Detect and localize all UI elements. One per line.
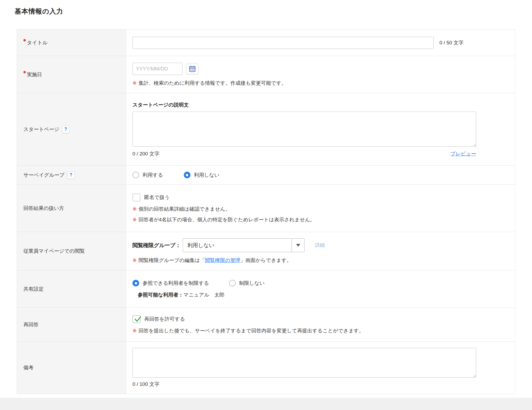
mypage-note-suffix: 」画面からできます。 xyxy=(240,257,292,263)
result-handling-note-2: ※回答者が4名以下の場合、個人の特定を防ぐためレポートは表示されません。 xyxy=(132,216,510,223)
result-handling-note-2-text: 回答者が4名以下の場合、個人の特定を防ぐためレポートは表示されません。 xyxy=(139,217,315,222)
remarks-char-counter: 0 / 100 文字 xyxy=(132,381,159,388)
note-asterisk: ※ xyxy=(132,328,137,333)
viewer-value: マニュアル 太郎 xyxy=(183,292,224,298)
mypage-note: ※閲覧権限グループの編集は「閲覧権限の管理」画面からできます。 xyxy=(132,257,510,264)
form-row-result-handling: 回答結果の扱い方 匿名で扱う ※個別の回答結果詳細は確認できません。 ※回答者が… xyxy=(17,185,515,232)
reanswer-note-text: 回答を提出した後でも、サーベイを終了するまで回答内容を変更して再提出することがで… xyxy=(139,328,364,333)
title-content-cell: 0 / 50 文字 xyxy=(126,29,515,56)
startpage-description-textarea[interactable] xyxy=(132,112,476,147)
startpage-help-icon[interactable]: ? xyxy=(62,126,69,133)
required-mark xyxy=(23,71,26,73)
mypage-note-prefix: 閲覧権限グループの編集は「 xyxy=(139,257,205,263)
survey-group-content-cell: 利用する 利用しない xyxy=(126,166,515,184)
reanswer-note: ※回答を提出した後でも、サーベイを終了するまで回答内容を変更して再提出することが… xyxy=(132,327,510,334)
survey-group-use-label: 利用する xyxy=(143,172,163,179)
calendar-button[interactable] xyxy=(186,63,198,74)
calendar-icon xyxy=(189,65,196,73)
anonymous-checkbox-option[interactable]: 匿名で扱う xyxy=(132,193,510,201)
permission-management-link[interactable]: 閲覧権限の管理 xyxy=(205,257,240,263)
title-char-counter: 0 / 50 文字 xyxy=(439,39,464,46)
survey-group-label-cell: サーベイグループ ? xyxy=(17,166,126,184)
share-label-cell: 共有設定 xyxy=(17,270,126,307)
mypage-label-cell: 従業員マイページでの閲覧 xyxy=(17,232,126,270)
survey-group-not-use-label: 利用しない xyxy=(194,172,219,179)
reanswer-checkbox-label: 再回答を許可する xyxy=(144,316,185,323)
form-row-remarks: 備考 0 / 100 文字 xyxy=(17,342,515,394)
survey-group-help-icon[interactable]: ? xyxy=(67,171,75,179)
form-row-reanswer: 再回答 再回答を許可する ※回答を提出した後でも、サーベイを終了するまで回答内容… xyxy=(17,308,515,342)
radio-checked-icon xyxy=(132,280,139,286)
survey-group-label: サーベイグループ xyxy=(23,172,65,179)
result-handling-note-1-text: 個別の回答結果詳細は確認できません。 xyxy=(139,206,230,212)
viewer-label: 参照可能な利用者： xyxy=(138,292,183,298)
mypage-content-cell: 閲覧権限グループ： 利用しない 詳細 ※閲覧権限グループの編集は「閲覧権限の管理… xyxy=(126,232,515,270)
share-content-cell: 参照できる利用者を制限する 制限しない 参照可能な利用者：マニュアル 太郎 xyxy=(126,270,515,307)
reanswer-label: 再回答 xyxy=(23,321,39,328)
note-asterisk: ※ xyxy=(132,257,137,263)
detail-link[interactable]: 詳細 xyxy=(315,242,325,249)
form-row-share-settings: 共有設定 参照できる利用者を制限する 制限しない 参照可能な利用者：マニュアル … xyxy=(17,270,515,308)
form-row-date: 実施日 xyxy=(17,56,515,93)
title-label: タイトル xyxy=(27,39,48,46)
form-row-mypage-view: 従業員マイページでの閲覧 閲覧権限グループ： 利用しない 詳細 ※閲覧権限グルー… xyxy=(17,232,515,270)
result-handling-content-cell: 匿名で扱う ※個別の回答結果詳細は確認できません。 ※回答者が4名以下の場合、個… xyxy=(126,185,515,232)
permission-group-select[interactable]: 利用しない xyxy=(183,238,305,252)
share-restrict-label: 参照できる利用者を制限する xyxy=(143,280,209,287)
startpage-label: スタートページ xyxy=(23,126,59,133)
date-note-text: 集計、検索のために利用する情報です。作成後も変更可能です。 xyxy=(139,80,286,86)
note-asterisk: ※ xyxy=(132,217,137,222)
result-handling-label: 回答結果の扱い方 xyxy=(23,205,64,212)
share-label: 共有設定 xyxy=(23,286,44,293)
startpage-label-cell: スタートページ ? xyxy=(17,93,126,165)
mypage-label: 従業員マイページでの閲覧 xyxy=(23,248,85,255)
startpage-char-counter: 0 / 200 文字 xyxy=(132,150,159,157)
permission-group-selected-value: 利用しない xyxy=(183,239,292,252)
note-asterisk: ※ xyxy=(132,206,137,212)
viewer-line: 参照可能な利用者：マニュアル 太郎 xyxy=(132,291,510,298)
remarks-label: 備考 xyxy=(23,364,34,371)
result-handling-note-1: ※個別の回答結果詳細は確認できません。 xyxy=(132,206,510,213)
form-row-title: タイトル 0 / 50 文字 xyxy=(17,29,515,56)
page-title: 基本情報の入力 xyxy=(0,0,532,16)
radio-unchecked-icon xyxy=(132,172,139,178)
share-restrict-radio[interactable]: 参照できる利用者を制限する xyxy=(132,280,209,287)
anonymous-checkbox-label: 匿名で扱う xyxy=(144,194,170,201)
form-row-startpage: スタートページ ? スタートページの説明文 0 / 200 文字 プレビュー xyxy=(17,93,515,166)
footer-strip xyxy=(0,398,532,410)
preview-link[interactable]: プレビュー xyxy=(450,150,476,157)
date-label-cell: 実施日 xyxy=(17,56,126,93)
date-content-cell: ※集計、検索のために利用する情報です。作成後も変更可能です。 xyxy=(126,56,515,93)
share-no-restrict-label: 制限しない xyxy=(239,280,265,287)
date-input[interactable] xyxy=(132,63,182,75)
checkbox-checked-icon xyxy=(132,315,140,323)
basic-info-form: タイトル 0 / 50 文字 実施日 xyxy=(17,29,515,394)
radio-unchecked-icon xyxy=(229,280,236,286)
reanswer-content-cell: 再回答を許可する ※回答を提出した後でも、サーベイを終了するまで回答内容を変更し… xyxy=(126,308,515,341)
survey-group-use-radio[interactable]: 利用する xyxy=(132,172,163,179)
reanswer-checkbox-option[interactable]: 再回答を許可する xyxy=(132,315,510,323)
title-label-cell: タイトル xyxy=(17,29,126,56)
note-asterisk: ※ xyxy=(132,80,137,86)
date-label: 実施日 xyxy=(27,71,42,78)
date-note: ※集計、検索のために利用する情報です。作成後も変更可能です。 xyxy=(132,80,510,87)
survey-group-not-use-radio[interactable]: 利用しない xyxy=(184,172,219,179)
reanswer-label-cell: 再回答 xyxy=(17,308,126,341)
remarks-content-cell: 0 / 100 文字 xyxy=(126,342,515,394)
remarks-label-cell: 備考 xyxy=(17,342,126,394)
form-row-survey-group: サーベイグループ ? 利用する 利用しない xyxy=(17,166,515,185)
checkbox-unchecked-icon xyxy=(132,193,140,201)
title-input[interactable] xyxy=(132,37,434,49)
radio-checked-icon xyxy=(184,172,190,178)
select-dropdown-arrow-icon[interactable] xyxy=(292,239,304,252)
share-no-restrict-radio[interactable]: 制限しない xyxy=(229,280,265,287)
result-handling-label-cell: 回答結果の扱い方 xyxy=(17,185,126,232)
startpage-description-caption: スタートページの説明文 xyxy=(132,102,476,108)
startpage-content-cell: スタートページの説明文 0 / 200 文字 プレビュー xyxy=(126,93,515,165)
permission-group-label: 閲覧権限グループ： xyxy=(132,242,181,249)
required-mark xyxy=(23,39,26,41)
remarks-textarea[interactable] xyxy=(132,348,476,378)
